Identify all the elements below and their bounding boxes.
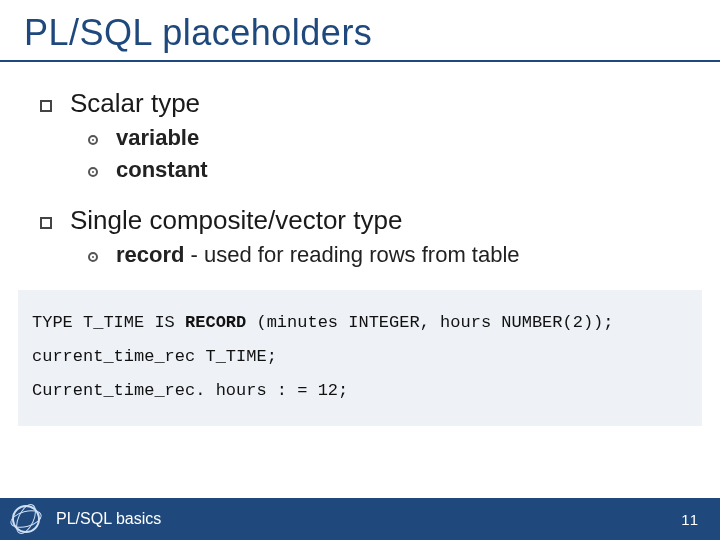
- subbullet-constant: constant: [88, 157, 692, 183]
- subbullet-text: constant: [116, 157, 208, 183]
- footer-title: PL/SQL basics: [56, 510, 161, 528]
- dot-bullet-icon: [88, 167, 98, 177]
- dot-bullet-icon: [88, 135, 98, 145]
- subbullet-text: variable: [116, 125, 199, 151]
- record-description: - used for reading rows from table: [184, 242, 519, 267]
- slide-body: Scalar type variable constant Single com…: [0, 62, 720, 268]
- code-text: TYPE T_TIME IS: [32, 313, 185, 332]
- bullet-text: Single composite/vector type: [70, 205, 402, 236]
- square-bullet-icon: [40, 217, 52, 229]
- code-text: (minutes INTEGER, hours NUMBER(2));: [246, 313, 613, 332]
- record-keyword: record: [116, 242, 184, 267]
- code-line-3: Current_time_rec. hours : = 12;: [32, 374, 688, 408]
- slide-footer: PL/SQL basics 11: [0, 498, 720, 540]
- code-keyword-record: RECORD: [185, 313, 246, 332]
- bullet-text: Scalar type: [70, 88, 200, 119]
- page-number: 11: [681, 511, 698, 528]
- subbullet-record: record - used for reading rows from tabl…: [88, 242, 692, 268]
- square-bullet-icon: [40, 100, 52, 112]
- subbullet-variable: variable: [88, 125, 692, 151]
- bullet-composite-type: Single composite/vector type: [40, 205, 692, 236]
- cern-logo-icon: [12, 505, 40, 533]
- slide-title: PL/SQL placeholders: [0, 0, 720, 62]
- code-line-1: TYPE T_TIME IS RECORD (minutes INTEGER, …: [32, 306, 688, 340]
- subbullet-text: record - used for reading rows from tabl…: [116, 242, 520, 268]
- code-example-box: TYPE T_TIME IS RECORD (minutes INTEGER, …: [18, 290, 702, 426]
- dot-bullet-icon: [88, 252, 98, 262]
- code-line-2: current_time_rec T_TIME;: [32, 340, 688, 374]
- bullet-scalar-type: Scalar type: [40, 88, 692, 119]
